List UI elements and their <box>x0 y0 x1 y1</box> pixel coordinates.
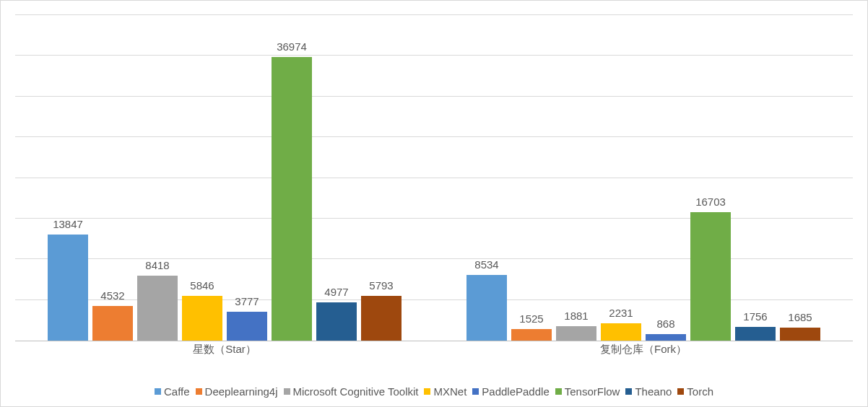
bar-deeplearning4j-fork: 1525 <box>511 329 552 341</box>
bar-torch-fork: 1685 <box>780 328 820 341</box>
bar-fill <box>511 329 552 341</box>
legend-item-mscntk: Microsoft Cognitive Toolkit <box>284 385 419 398</box>
swatch-icon <box>677 388 684 395</box>
bar-fill <box>92 306 133 341</box>
data-label: 4977 <box>324 286 348 298</box>
bar-mxnet-star: 5846 <box>182 296 222 341</box>
chart-container: 13847 4532 8418 5846 3777 <box>0 0 868 407</box>
legend-label: PaddlePaddle <box>482 385 549 398</box>
legend-item-tensorflow: TensorFlow <box>555 385 620 398</box>
bar-fill <box>601 323 641 341</box>
data-label: 3777 <box>235 295 259 307</box>
bar-paddlepaddle-fork: 868 <box>646 334 686 341</box>
bar-fill <box>646 334 686 341</box>
bar-fill <box>137 276 178 341</box>
bar-fill <box>466 275 507 341</box>
data-label: 1881 <box>564 310 588 322</box>
group-star: 13847 4532 8418 5846 3777 <box>15 15 434 341</box>
data-label: 1756 <box>743 310 767 323</box>
group-fork: 8534 1525 1881 2231 868 <box>434 15 853 341</box>
bar-theano-star: 4977 <box>316 302 357 341</box>
bar-caffe-fork: 8534 <box>466 275 507 341</box>
legend-item-paddlepaddle: PaddlePaddle <box>472 385 549 398</box>
data-label: 1525 <box>519 312 543 325</box>
swatch-icon <box>472 388 479 395</box>
bar-fill <box>690 212 731 341</box>
bar-tensorflow-star: 36974 <box>272 57 312 341</box>
data-label: 2231 <box>609 307 633 319</box>
bar-paddlepaddle-star: 3777 <box>227 312 267 341</box>
data-label: 13847 <box>53 218 83 230</box>
legend-label: Deeplearning4j <box>205 385 278 398</box>
bar-mscntk-star: 8418 <box>137 276 178 341</box>
data-label: 8418 <box>145 259 169 271</box>
x-axis: 星数（Star） 复制仓库（Fork） <box>15 343 853 364</box>
bar-theano-fork: 1756 <box>735 327 776 341</box>
bar-tensorflow-fork: 16703 <box>690 212 731 341</box>
bar-caffe-star: 13847 <box>48 235 88 341</box>
data-label: 1685 <box>788 311 812 323</box>
legend-item-torch: Torch <box>677 385 713 398</box>
legend-label: Caffe <box>164 385 190 398</box>
swatch-icon <box>625 388 632 395</box>
data-label: 5846 <box>190 279 214 292</box>
swatch-icon <box>155 388 161 395</box>
legend-label: TensorFlow <box>565 385 620 398</box>
data-label: 16703 <box>695 196 726 208</box>
bar-mscntk-fork: 1881 <box>556 326 596 341</box>
data-label: 4532 <box>100 289 124 302</box>
legend-label: Microsoft Cognitive Toolkit <box>293 385 419 398</box>
bar-fill <box>556 326 596 341</box>
swatch-icon <box>555 388 562 395</box>
bar-fill <box>780 328 820 341</box>
swatch-icon <box>424 388 430 395</box>
plot-area: 13847 4532 8418 5846 3777 <box>15 15 853 341</box>
bar-fill <box>735 327 776 341</box>
data-label: 868 <box>656 318 674 330</box>
x-tick-fork: 复制仓库（Fork） <box>434 343 853 364</box>
bar-fill <box>361 296 402 341</box>
data-label: 36974 <box>277 40 307 53</box>
data-label: 5793 <box>369 279 393 292</box>
bar-groups: 13847 4532 8418 5846 3777 <box>15 15 853 341</box>
bar-fill <box>316 302 357 341</box>
legend-item-theano: Theano <box>625 385 672 398</box>
legend-label: Theano <box>635 385 672 398</box>
bar-mxnet-fork: 2231 <box>601 323 641 341</box>
legend: Caffe Deeplearning4j Microsoft Cognitive… <box>15 385 853 398</box>
bar-deeplearning4j-star: 4532 <box>92 306 133 341</box>
bar-fill <box>182 296 222 341</box>
x-tick-star: 星数（Star） <box>15 343 434 364</box>
legend-item-caffe: Caffe <box>155 385 190 398</box>
legend-label: MXNet <box>433 385 466 398</box>
bar-fill <box>272 57 312 341</box>
bar-fill <box>48 235 88 341</box>
legend-label: Torch <box>687 385 713 398</box>
bar-fill <box>227 312 267 341</box>
legend-item-mxnet: MXNet <box>424 385 466 398</box>
legend-item-deeplearning4j: Deeplearning4j <box>196 385 278 398</box>
data-label: 8534 <box>474 258 498 271</box>
swatch-icon <box>196 388 202 395</box>
swatch-icon <box>284 388 290 395</box>
bar-torch-star: 5793 <box>361 296 402 341</box>
